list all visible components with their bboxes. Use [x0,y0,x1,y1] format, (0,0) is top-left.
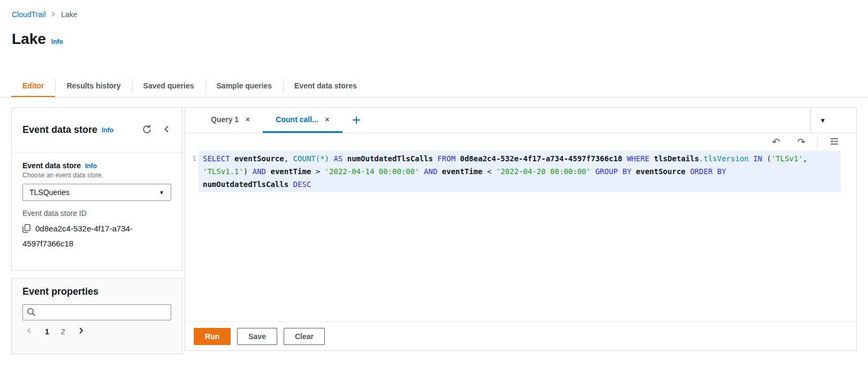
run-button[interactable]: Run [194,328,231,345]
add-query-tab-button[interactable]: + [350,108,363,133]
refresh-icon [142,124,152,136]
store-field-label: Event data store [22,161,81,170]
event-properties-title: Event properties [22,286,171,297]
pagination-page-2[interactable]: 2 [58,326,68,337]
tabs-divider [0,97,868,98]
tab-sample-queries[interactable]: Sample queries [205,75,284,98]
copy-icon[interactable] [22,224,31,235]
event-data-store-id: 0d8ea2c4-532e-4f17-a734-4597f7366c18 [22,221,171,251]
redo-icon[interactable]: ↷ [789,137,814,147]
line-number: 1 [185,152,196,165]
panel-info-link[interactable]: Info [102,126,113,134]
save-button[interactable]: Save [237,328,277,345]
breadcrumb-current: Lake [61,10,77,19]
toolbar-divider [817,137,818,147]
indent-icon[interactable] [821,137,848,148]
refresh-button[interactable] [142,124,152,136]
breadcrumb: CloudTrail Lake [12,10,78,19]
tab-list-dropdown-icon[interactable]: ▼ [817,116,829,125]
store-id-label: Event data store ID [22,209,171,218]
tab-results-history[interactable]: Results history [55,75,132,98]
selected-store-value: TLSQueries [29,188,70,197]
breadcrumb-link-cloudtrail[interactable]: CloudTrail [12,10,45,19]
tab-editor[interactable]: Editor [11,75,55,98]
query-tab-query-1[interactable]: Query 1 ✕ [198,108,263,133]
pagination: 1 2 [22,326,171,337]
query-editor-panel: Query 1 ✕ Count call... ✕ + ▼ ↶ ↷ 1 SELE… [185,107,857,351]
store-field-help: Choose an event data store. [22,171,171,179]
clear-button[interactable]: Clear [284,328,325,345]
search-icon [27,308,36,319]
editor-toolbar: ↶ ↷ [185,133,856,151]
editor-footer: Run Save Clear [185,321,856,350]
event-properties-panel: Event properties 1 2 [11,278,182,354]
pagination-page-1[interactable]: 1 [42,326,52,337]
chevron-down-icon: ▼ [159,190,164,196]
store-field-info-link[interactable]: Info [85,162,97,170]
sql-code: SELECT eventSource, COUNT(*) AS numOutda… [203,152,810,191]
panel-title: Event data store [22,124,97,136]
active-line-highlight: SELECT eventSource, COUNT(*) AS numOutda… [199,151,841,192]
close-icon[interactable]: ✕ [245,116,250,123]
search-input[interactable] [22,304,171,320]
sql-editor[interactable]: 1 SELECT eventSource, COUNT(*) AS numOut… [185,151,856,192]
event-data-store-panel: Event data store Info Event data store I… [11,107,182,271]
store-id-value: 0d8ea2c4-532e-4f17-a734-4597f7366c18 [22,224,133,248]
undo-icon[interactable]: ↶ [764,137,789,147]
event-data-store-select[interactable]: TLSQueries ▼ [22,184,171,201]
nav-tabs: Editor Results history Saved queries Sam… [11,75,368,98]
collapse-panel-button[interactable] [163,125,171,135]
tab-event-data-stores[interactable]: Event data stores [283,75,368,98]
panel-header: Event data store Info [12,108,182,153]
query-tab-bar: Query 1 ✕ Count call... ✕ + ▼ [185,108,856,133]
tab-overflow-section: ▼ [810,108,835,133]
breadcrumb-chevron-icon [50,10,56,19]
pagination-next-icon[interactable] [74,326,88,337]
query-tab-count-calls[interactable]: Count call... ✕ [263,108,342,133]
close-icon[interactable]: ✕ [325,116,330,123]
property-search [22,304,171,320]
page-info-link[interactable]: Info [51,38,63,46]
page-title: Lake [12,31,46,48]
pagination-prev-icon[interactable] [22,326,36,337]
tab-saved-queries[interactable]: Saved queries [132,75,205,98]
chevron-left-icon [163,125,171,135]
